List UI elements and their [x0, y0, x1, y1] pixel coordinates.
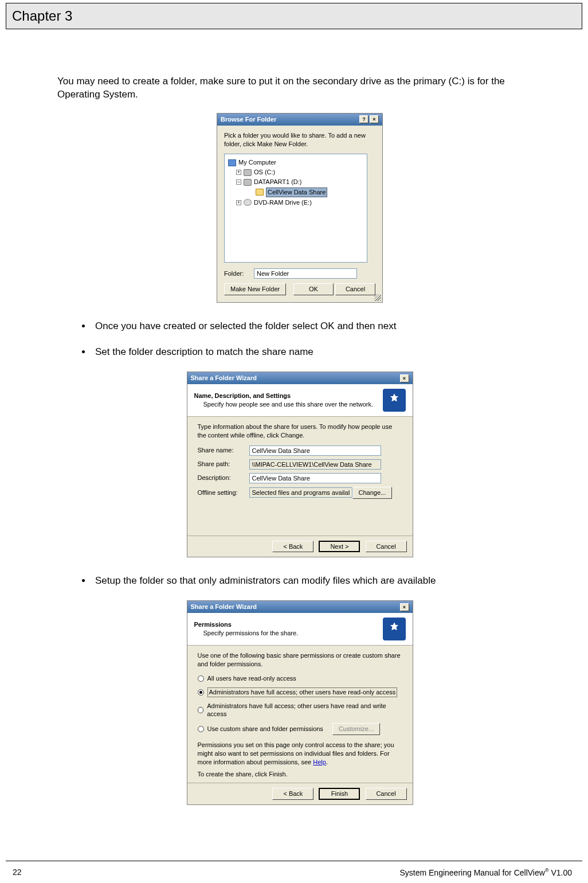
wizard2-subheading: Specify permissions for the share. [203, 629, 299, 638]
footer-rule [6, 861, 582, 861]
radio-all-readonly[interactable]: All users have read-only access [198, 674, 402, 683]
share-path-display [249, 459, 381, 470]
share-wizard-permissions-dialog: Share a Folder Wizard × Permissions Spec… [187, 600, 413, 805]
radio-icon [198, 675, 204, 682]
drive-icon [244, 169, 252, 176]
back-button[interactable]: < Back [272, 788, 313, 800]
tree-label-selected: CellView Data Share [266, 187, 327, 197]
browse-titlebar: Browse For Folder ? × [217, 114, 382, 126]
ok-button[interactable]: OK [293, 283, 334, 295]
radio-icon [198, 689, 204, 696]
change-button[interactable]: Change... [352, 487, 393, 499]
close-icon[interactable]: × [400, 603, 409, 611]
wizard1-description: Type information about the share for use… [198, 423, 402, 440]
customize-button: Customize... [332, 723, 380, 735]
offline-setting-label: Offline setting: [198, 489, 249, 497]
tree-node-dvd[interactable]: + DVD-RAM Drive (E:) [228, 198, 363, 208]
wizard2-description: Use one of the following basic share per… [198, 651, 402, 669]
radio-admin-full-readwrite[interactable]: Administrators have full access; other u… [198, 702, 402, 719]
radio-label: All users have read-only access [207, 674, 296, 683]
tree-label: My Computer [238, 158, 276, 167]
share-wizard-settings-dialog: Share a Folder Wizard × Name, Descriptio… [187, 372, 413, 557]
note-text-pre: Permissions you set on this page only co… [198, 741, 394, 765]
tree-node-datapart1[interactable]: − DATAPART1 (D:) [228, 177, 363, 187]
wizard2-titlebar: Share a Folder Wizard × [187, 601, 413, 613]
collapse-icon[interactable]: − [236, 179, 241, 185]
help-link[interactable]: Help [313, 759, 326, 765]
resize-grip-icon[interactable] [374, 294, 381, 301]
tree-node-os-c[interactable]: + OS (C:) [228, 167, 363, 177]
radio-icon [198, 707, 204, 713]
folder-name-input[interactable] [254, 268, 357, 279]
next-button[interactable]: Next > [319, 541, 360, 553]
create-share-text: To create the share, click Finish. [198, 770, 402, 779]
wizard2-title: Share a Folder Wizard [191, 603, 257, 611]
cancel-button[interactable]: Cancel [366, 788, 407, 800]
bullet-item: Once you have created or selected the fo… [92, 320, 542, 333]
manual-title: System Engineering Manual for CellView® … [399, 868, 572, 877]
wizard1-subheading: Specify how people see and use this shar… [203, 400, 374, 409]
dvd-icon [244, 199, 252, 206]
drive-icon [244, 179, 252, 186]
back-button[interactable]: < Back [272, 541, 313, 553]
radio-label: Use custom share and folder permissions [207, 725, 323, 733]
share-path-label: Share path: [198, 460, 249, 468]
note-text-post: . [326, 759, 328, 765]
radio-label: Administrators have full access; other u… [207, 702, 402, 719]
browse-instruction: Pick a folder you would like to share. T… [224, 131, 375, 149]
help-icon[interactable]: ? [359, 115, 369, 123]
page-number: 22 [13, 868, 22, 877]
intro-paragraph: You may need to create a folder, make su… [57, 75, 542, 101]
browse-folder-dialog: Browse For Folder ? × Pick a folder you … [217, 113, 383, 303]
bullet-item: Set the folder description to match the … [92, 346, 542, 359]
computer-icon [228, 159, 236, 166]
wizard-hand-icon [383, 618, 406, 640]
radio-custom-permissions[interactable]: Use custom share and folder permissions … [198, 723, 402, 735]
folder-icon [256, 189, 264, 196]
browse-title: Browse For Folder [221, 115, 276, 124]
radio-icon [198, 726, 204, 732]
make-new-folder-button[interactable]: Make New Folder [224, 283, 286, 295]
page-content: You may need to create a folder, make su… [0, 29, 588, 805]
share-name-label: Share name: [198, 446, 249, 455]
cancel-button[interactable]: Cancel [366, 541, 407, 553]
folder-label: Folder: [224, 269, 248, 278]
tree-label: DVD-RAM Drive (E:) [254, 198, 312, 207]
wizard-hand-icon [383, 389, 406, 412]
tree-label: DATAPART1 (D:) [254, 178, 302, 186]
share-name-input[interactable] [249, 446, 381, 456]
bullet-item: Setup the folder so that only administra… [92, 575, 542, 588]
folder-tree[interactable]: My Computer + OS (C:) − DATAPART1 (D:) [224, 154, 367, 263]
wizard1-heading: Name, Description, and Settings [194, 392, 374, 400]
offline-setting-display [249, 487, 352, 498]
cancel-button[interactable]: Cancel [335, 283, 375, 295]
wizard1-title: Share a Folder Wizard [191, 374, 257, 382]
close-icon[interactable]: × [370, 115, 379, 123]
radio-label: Administrators have full access; other u… [207, 687, 398, 697]
close-icon[interactable]: × [400, 374, 409, 382]
chapter-header: Chapter 3 [6, 3, 582, 29]
permissions-note: Permissions you set on this page only co… [198, 741, 402, 767]
wizard1-titlebar: Share a Folder Wizard × [187, 372, 413, 384]
wizard2-heading: Permissions [194, 620, 299, 629]
expand-icon[interactable]: + [236, 170, 241, 175]
description-label: Description: [198, 474, 249, 482]
tree-label: OS (C:) [254, 168, 275, 177]
tree-node-cellview-share[interactable]: CellView Data Share [228, 187, 363, 198]
radio-admin-full-readonly[interactable]: Administrators have full access; other u… [198, 687, 402, 697]
finish-button[interactable]: Finish [319, 788, 360, 800]
description-input[interactable] [249, 473, 381, 483]
page-footer: 22 System Engineering Manual for CellVie… [0, 868, 588, 877]
tree-node-mycomputer[interactable]: My Computer [228, 158, 363, 167]
expand-icon[interactable]: + [236, 200, 241, 205]
